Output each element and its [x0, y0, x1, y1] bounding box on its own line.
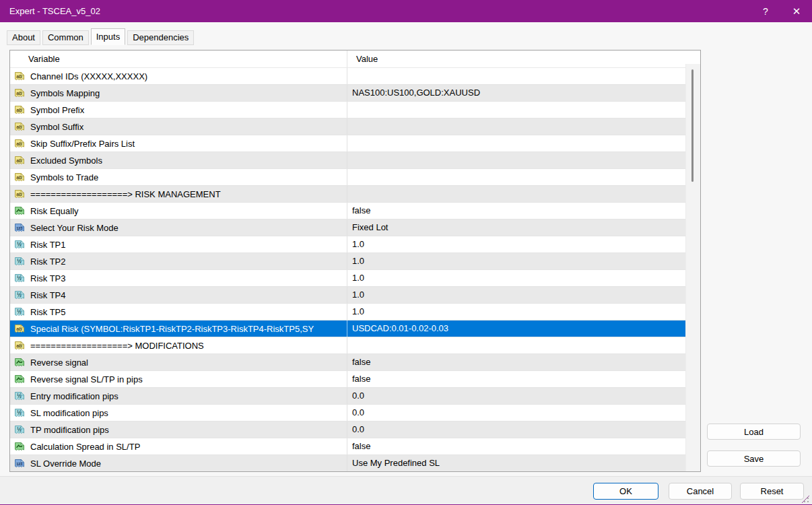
table-row[interactable]: ½Entry modification pips0.0 [10, 388, 685, 405]
table-row[interactable]: 123Select Your Risk ModeFixed Lot [10, 220, 685, 236]
row-value [347, 169, 685, 185]
tab-inputs[interactable]: Inputs [91, 28, 125, 45]
row-value [347, 337, 685, 354]
string-icon: ab [14, 71, 25, 81]
table-header: Variable Value [10, 50, 700, 68]
row-value: 0.0 [347, 405, 685, 421]
string-icon: ab [14, 88, 25, 98]
string-icon: ab [14, 121, 25, 132]
table-body: abChannel IDs (XXXXX,XXXXX)abSymbols Map… [10, 68, 685, 471]
svg-text:ab: ab [16, 124, 22, 130]
table-row[interactable]: abSymbol Suffix [10, 119, 685, 135]
table-row[interactable]: ½Risk TP31.0 [10, 270, 685, 287]
load-button[interactable]: Load [707, 424, 801, 440]
ok-button[interactable]: OK [593, 483, 658, 500]
row-value [347, 135, 685, 152]
table-row[interactable]: Reverse signal SL/TP in pipsfalse [10, 371, 685, 388]
table-row[interactable]: Risk Equallyfalse [10, 203, 685, 220]
int-icon: 123 [14, 458, 25, 469]
row-label: Calculation Spread in SL/TP [30, 442, 347, 452]
svg-text:½: ½ [17, 258, 22, 265]
row-value: false [347, 354, 685, 370]
row-label: TP modification pips [30, 425, 347, 435]
row-label: Reverse signal SL/TP in pips [30, 374, 347, 384]
row-label: ===================> RISK MANAGEMENT [30, 189, 347, 199]
tab-dependencies[interactable]: Dependencies [127, 30, 194, 45]
row-value [347, 68, 685, 84]
table-row[interactable]: ½Risk TP21.0 [10, 253, 685, 270]
table-row[interactable]: ½Risk TP41.0 [10, 287, 685, 304]
row-value: USDCAD:0.01-0.02-0.03 [347, 321, 685, 337]
string-icon: ab [14, 323, 25, 334]
help-button[interactable]: ? [750, 0, 781, 22]
row-label: Risk TP3 [30, 273, 347, 283]
svg-text:½: ½ [17, 409, 22, 416]
tab-about[interactable]: About [7, 30, 40, 45]
row-value: false [347, 371, 685, 387]
tab-common[interactable]: Common [42, 30, 89, 45]
row-value: 1.0 [347, 304, 685, 320]
bool-icon [14, 441, 25, 452]
close-button[interactable]: ✕ [781, 0, 812, 22]
scrollbar-track[interactable] [685, 64, 700, 471]
svg-text:½: ½ [17, 426, 22, 433]
table-row[interactable]: 123SL Override ModeUse My Predefined SL [10, 455, 685, 471]
row-value: 1.0 [347, 236, 685, 252]
svg-text:ab: ab [16, 191, 22, 197]
string-icon: ab [14, 155, 25, 166]
row-value: Use My Predefined SL [347, 455, 685, 471]
bool-icon [14, 205, 25, 216]
cancel-button[interactable]: Cancel [669, 483, 732, 500]
svg-text:ab: ab [16, 343, 22, 349]
row-label: Reverse signal [30, 358, 347, 368]
close-icon: ✕ [792, 5, 801, 18]
reset-button[interactable]: Reset [740, 483, 804, 500]
table-row[interactable]: ½TP modification pips0.0 [10, 422, 685, 438]
table-row[interactable]: abSymbols MappingNAS100:US100,GOLD:XAUUS… [10, 85, 685, 102]
double-icon: ½ [14, 290, 25, 300]
string-icon: ab [14, 189, 25, 199]
svg-text:ab: ab [16, 326, 22, 332]
svg-text:123: 123 [16, 462, 22, 466]
resize-grip[interactable] [801, 494, 810, 504]
table-row[interactable]: ab===================> MODIFICATIONS [10, 337, 685, 354]
save-button[interactable]: Save [707, 450, 801, 467]
row-label: Symbol Suffix [30, 122, 347, 132]
double-icon: ½ [14, 239, 25, 250]
column-header-value: Value [347, 50, 700, 67]
table-row[interactable]: abExcluded Symbols [10, 152, 685, 169]
svg-text:ab: ab [16, 174, 22, 180]
table-row[interactable]: Reverse signalfalse [10, 354, 685, 371]
table-row[interactable]: Calculation Spread in SL/TPfalse [10, 438, 685, 455]
table-row[interactable]: ab===================> RISK MANAGEMENT [10, 186, 685, 203]
svg-text:ab: ab [16, 158, 22, 164]
svg-text:123: 123 [16, 226, 22, 230]
row-value: 1.0 [347, 270, 685, 286]
string-icon: ab [14, 172, 25, 182]
row-value: NAS100:US100,GOLD:XAUUSD [347, 85, 685, 101]
table-row[interactable]: ½Risk TP51.0 [10, 304, 685, 321]
svg-text:½: ½ [17, 241, 22, 248]
table-row[interactable]: ½SL modification pips0.0 [10, 405, 685, 422]
scrollbar-thumb[interactable] [691, 69, 693, 182]
svg-text:ab: ab [16, 107, 22, 113]
row-label: Select Your Risk Mode [30, 223, 347, 233]
svg-text:ab: ab [16, 141, 22, 147]
help-icon: ? [763, 6, 768, 17]
double-icon: ½ [14, 391, 25, 401]
string-icon: ab [14, 138, 25, 149]
svg-text:ab: ab [16, 90, 22, 96]
row-value: 1.0 [347, 287, 685, 303]
table-row[interactable]: abSymbols to Trade [10, 169, 685, 186]
table-row[interactable]: abSpecial Risk (SYMBOL:RiskTP1-RiskTP2-R… [10, 321, 685, 337]
row-value [347, 152, 685, 168]
table-row[interactable]: abSymbol Prefix [10, 102, 685, 119]
row-label: Skip Suffix/Prefix Pairs List [30, 139, 347, 149]
row-label: Symbols Mapping [30, 88, 347, 98]
table-row[interactable]: abChannel IDs (XXXXX,XXXXX) [10, 68, 685, 85]
row-label: Channel IDs (XXXXX,XXXXX) [30, 71, 347, 81]
table-row[interactable]: abSkip Suffix/Prefix Pairs List [10, 135, 685, 152]
table-row[interactable]: ½Risk TP11.0 [10, 236, 685, 253]
double-icon: ½ [14, 424, 25, 435]
double-icon: ½ [14, 273, 25, 283]
